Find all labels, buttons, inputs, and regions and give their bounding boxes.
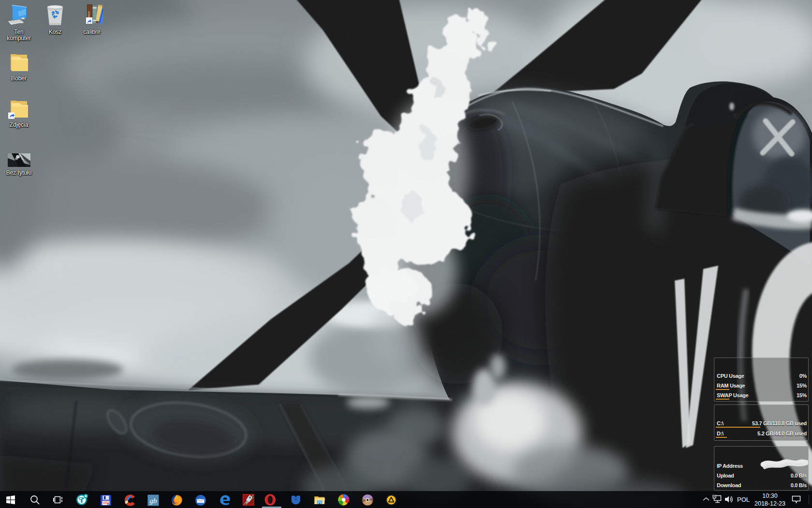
svg-text:21: 21: [107, 503, 110, 506]
svg-text:gb: gb: [150, 497, 158, 505]
